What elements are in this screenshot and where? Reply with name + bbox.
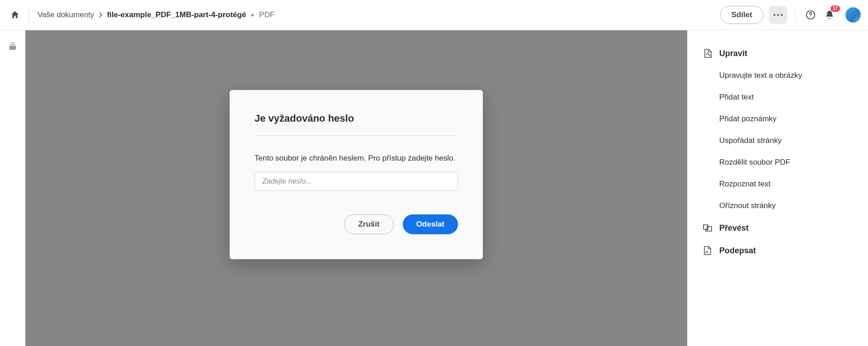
right-panel: Upravit Upravujte text a obrázky Přidat …: [687, 30, 868, 346]
top-header: Vaše dokumenty file-example_PDF_1MB-part…: [0, 0, 868, 30]
sign-icon: [702, 245, 713, 256]
file-name: file-example_PDF_1MB-part-4-protégé: [107, 10, 246, 19]
help-button[interactable]: [804, 8, 817, 22]
convert-icon: [702, 223, 713, 233]
modal-title: Je vyžadováno heslo: [255, 113, 458, 136]
modal-actions: Zrušit Odeslat: [255, 214, 458, 234]
panel-edit-title: Upravit: [719, 49, 747, 58]
password-input[interactable]: [255, 172, 458, 191]
panel-sign-title: Podepsat: [719, 246, 756, 256]
panel-edit-item[interactable]: Rozpoznat text: [688, 173, 868, 195]
separator: [795, 8, 796, 22]
notification-count: 17: [830, 5, 840, 12]
document-area: Je vyžadováno heslo Tento soubor je chrá…: [25, 30, 687, 346]
more-button[interactable]: [769, 6, 787, 24]
panel-edit-item[interactable]: Uspořádat stránky: [688, 130, 868, 152]
panel-convert-title: Převést: [719, 223, 749, 233]
share-button[interactable]: Sdílet: [720, 6, 764, 24]
body: Je vyžadováno heslo Tento soubor je chrá…: [0, 30, 868, 346]
pages-icon[interactable]: [8, 41, 18, 51]
panel-edit-item[interactable]: Přidat poznámky: [688, 108, 868, 130]
panel-item-label: Přidat text: [719, 93, 754, 102]
modal-scrim: Je vyžadováno heslo Tento soubor je chrá…: [25, 30, 687, 346]
panel-edit-header[interactable]: Upravit: [688, 42, 868, 65]
panel-item-label: Přidat poznámky: [719, 114, 777, 123]
breadcrumb: Vaše dokumenty file-example_PDF_1MB-part…: [38, 10, 274, 19]
panel-edit-item[interactable]: Oříznout stránky: [688, 195, 868, 217]
submit-button[interactable]: Odeslat: [403, 214, 458, 234]
edit-pdf-icon: [702, 48, 713, 59]
panel-edit-item[interactable]: Rozdělit soubor PDF: [688, 152, 868, 173]
dots-icon: [774, 14, 783, 16]
panel-edit-item[interactable]: Přidat text: [688, 86, 868, 108]
cancel-button[interactable]: Zrušit: [344, 214, 393, 234]
home-icon[interactable]: [10, 10, 20, 20]
header-actions: Sdílet 17: [720, 6, 861, 24]
panel-item-label: Rozdělit soubor PDF: [719, 158, 790, 167]
panel-edit-item[interactable]: Upravujte text a obrázky: [688, 65, 868, 86]
svg-point-1: [810, 17, 811, 17]
panel-convert-header[interactable]: Převést: [688, 217, 868, 239]
panel-item-label: Uspořádat stránky: [719, 136, 782, 145]
separator: [29, 8, 29, 22]
home-wrap: [7, 0, 38, 30]
help-icon: [806, 10, 816, 20]
avatar[interactable]: [845, 7, 861, 23]
panel-sign-header[interactable]: Podepsat: [688, 239, 868, 262]
left-rail: [0, 30, 25, 346]
breadcrumb-root[interactable]: Vaše dokumenty: [38, 10, 94, 19]
panel-item-label: Oříznout stránky: [719, 201, 776, 210]
panel-item-label: Rozpoznat text: [719, 180, 770, 189]
dot-separator: [251, 14, 254, 16]
chevron-right-icon: [99, 12, 102, 18]
panel-item-label: Upravujte text a obrázky: [719, 71, 802, 80]
modal-message: Tento soubor je chráněn heslem. Pro přís…: [255, 154, 458, 163]
notifications-button[interactable]: 17: [823, 8, 836, 22]
password-modal: Je vyžadováno heslo Tento soubor je chrá…: [230, 90, 483, 259]
file-type-badge: PDF: [259, 10, 274, 19]
